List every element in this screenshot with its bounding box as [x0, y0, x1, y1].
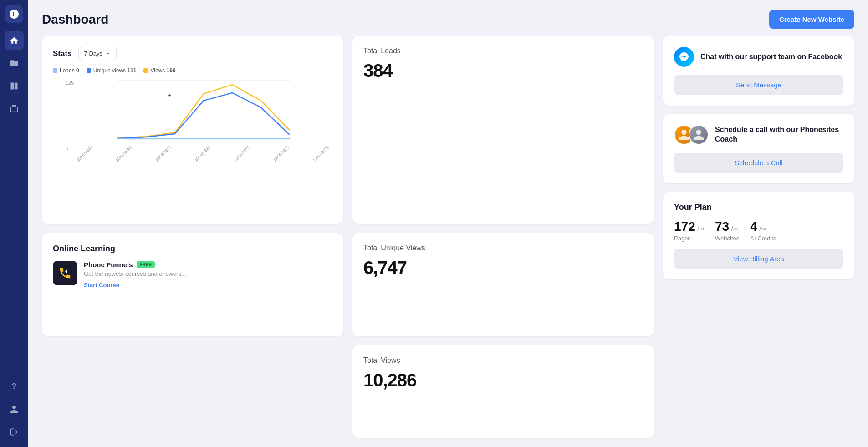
leads-line [117, 138, 290, 139]
course-name-row: Phone Funnels FREE [84, 261, 332, 269]
home-icon [10, 36, 19, 45]
folder-icon [10, 59, 19, 68]
total-views-value: 10,286 [363, 370, 643, 391]
sidebar-item-logout[interactable] [5, 422, 24, 442]
online-learning-card: Online Learning Phone Funnels FREE Get t… [42, 233, 343, 336]
course-row: Phone Funnels FREE Get the newest course… [53, 261, 332, 289]
pages-unit: /∞ [697, 224, 704, 232]
y-label-low: 0 [66, 146, 68, 151]
websites-unit: /∞ [731, 224, 738, 232]
legend-value-leads: 0 [76, 67, 79, 74]
sidebar-bottom: ? [5, 377, 24, 442]
plan-stat-websites: 73 /∞ Websites [715, 219, 739, 242]
plan-stat-websites-value: 73 /∞ [715, 219, 739, 234]
plan-stat-ai-value: 4 /∞ [750, 219, 776, 234]
unique-views-label: Total Unique Views [363, 244, 643, 252]
legend-value-views: 160 [167, 67, 176, 74]
plan-title: Your Plan [674, 203, 843, 212]
course-description: Get the newest courses and answers... [84, 270, 332, 277]
briefcase-icon [10, 104, 19, 113]
legend-unique-views: Unique views 111 [87, 67, 137, 74]
content-grid: Stats 7 Days Leads 0 Unique views 111 V [28, 36, 868, 447]
chart-wrapper: 125 0 + [53, 80, 332, 177]
total-leads-card: Total Leads 384 [352, 36, 654, 224]
unique-views-value: 6,747 [363, 258, 643, 278]
plan-card: Your Plan 172 /∞ Pages 73 /∞ [663, 192, 854, 279]
user-icon [10, 405, 19, 414]
unique-views-line [117, 93, 290, 138]
schedule-call-button[interactable]: Schedule a Call [674, 153, 843, 173]
total-unique-views-card: Total Unique Views 6,747 [352, 233, 654, 336]
billing-button[interactable]: View Billing Area [674, 249, 843, 269]
sidebar-item-home[interactable] [5, 31, 24, 50]
pages-label: Pages [674, 235, 704, 242]
stats-card: Stats 7 Days Leads 0 Unique views 111 V [42, 36, 343, 224]
coach-text: Schedule a call with our Phonesites Coac… [715, 125, 843, 144]
logout-icon [10, 427, 19, 437]
logo-icon [9, 9, 20, 20]
coach-header: Schedule a call with our Phonesites Coac… [674, 125, 843, 145]
sidebar-item-profile[interactable] [5, 400, 24, 419]
send-message-button[interactable]: Send Message [674, 75, 843, 95]
course-name: Phone Funnels [84, 261, 133, 269]
legend-label-unique: Unique views 111 [93, 67, 137, 74]
views-line [117, 85, 290, 138]
stats-dropdown-value: 7 Days [84, 50, 102, 57]
websites-number: 73 [715, 219, 729, 234]
pages-number: 172 [674, 219, 695, 234]
stats-dropdown[interactable]: 7 Days [78, 47, 117, 60]
page-title: Dashboard [42, 12, 108, 27]
chart-legend: Leads 0 Unique views 111 Views 160 [53, 67, 332, 74]
chart-area: 125 0 + [66, 80, 332, 164]
plus-cursor: + [168, 91, 171, 99]
legend-label-views: Views 160 [150, 67, 175, 74]
support-text: Chat with our support team on Facebook [700, 52, 842, 62]
logo [5, 5, 23, 23]
websites-label: Websites [715, 235, 739, 242]
legend-views: Views 160 [143, 67, 175, 74]
sidebar-item-grid[interactable] [5, 76, 24, 96]
phone-funnels-icon [58, 266, 72, 280]
legend-dot-leads [53, 68, 57, 73]
legend-label-leads: Leads 0 [60, 67, 79, 74]
free-badge: FREE [137, 261, 155, 268]
help-label: ? [12, 382, 16, 391]
total-views-card: Total Views 10,286 [352, 345, 654, 438]
plan-stat-ai: 4 /∞ AI Credits [750, 219, 776, 242]
ai-label: AI Credits [750, 235, 776, 242]
chevron-down-icon [105, 51, 111, 56]
create-website-button[interactable]: Create New Website [769, 10, 854, 29]
legend-leads: Leads 0 [53, 67, 79, 74]
chart-svg: + [76, 80, 332, 153]
start-course-link[interactable]: Start Course [84, 282, 119, 289]
sidebar-item-folder[interactable] [5, 54, 24, 73]
main-content: Dashboard Create New Website Stats 7 Day… [28, 0, 868, 447]
messenger-symbol [679, 51, 689, 62]
course-info: Phone Funnels FREE Get the newest course… [84, 261, 332, 289]
coach-avatars [674, 125, 709, 145]
avatar-person-icon-2 [692, 128, 705, 141]
messenger-icon [674, 47, 694, 67]
leads-label: Total Leads [363, 47, 643, 55]
plan-stat-pages-value: 172 /∞ [674, 219, 704, 234]
x-labels: 10/01/2021 10/02/2021 10/03/2021 10/04/2… [76, 157, 332, 164]
sidebar: ? [0, 0, 28, 447]
y-label-high: 125 [66, 80, 74, 86]
plan-stats: 172 /∞ Pages 73 /∞ Websites [674, 219, 843, 242]
header: Dashboard Create New Website [28, 0, 868, 36]
stats-title: Stats [53, 49, 72, 58]
sidebar-item-briefcase[interactable] [5, 99, 24, 118]
chart-svg-container: + 10/01/2021 10/02/2021 10/03 [76, 80, 332, 164]
plan-stat-pages: 172 /∞ Pages [674, 219, 704, 242]
total-views-label: Total Views [363, 356, 643, 365]
stats-header: Stats 7 Days [53, 47, 332, 60]
legend-value-unique: 111 [127, 67, 136, 74]
right-column: Chat with our support team on Facebook S… [663, 36, 854, 438]
ai-number: 4 [750, 219, 757, 234]
support-header: Chat with our support team on Facebook [674, 47, 843, 67]
legend-dot-views [143, 68, 148, 73]
support-card: Chat with our support team on Facebook S… [663, 36, 854, 106]
learning-title: Online Learning [53, 244, 332, 254]
coach-card: Schedule a call with our Phonesites Coac… [663, 114, 854, 183]
sidebar-item-help[interactable]: ? [5, 377, 24, 396]
